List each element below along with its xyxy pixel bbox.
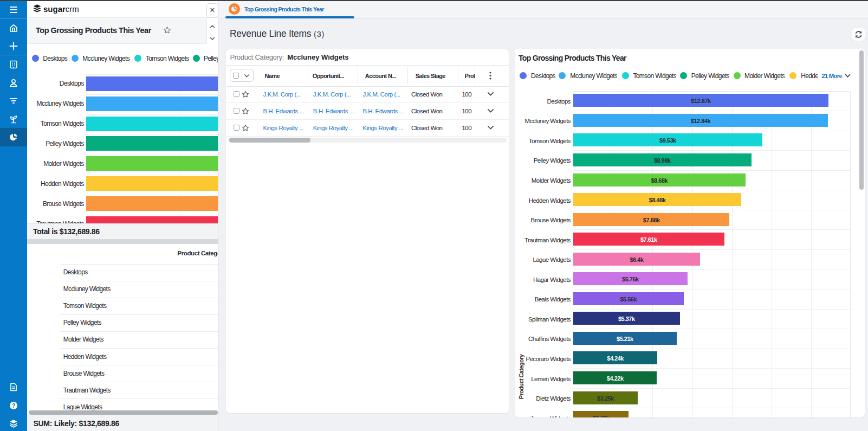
svg-text:crm: crm [66, 4, 79, 14]
svg-text:sugar: sugar [43, 4, 66, 14]
svg-text:?: ? [12, 402, 16, 408]
